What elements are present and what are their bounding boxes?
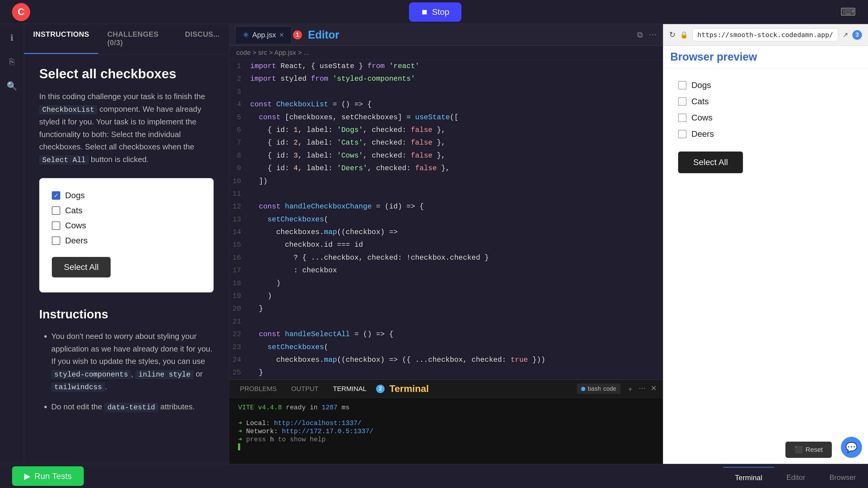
- code-line-22: 22 const handleSelectAll = () => {: [229, 328, 663, 341]
- keyboard-icon[interactable]: ⌨: [840, 6, 856, 19]
- breadcrumb: code > src > App.jsx > ...: [229, 46, 663, 60]
- code-line-4: 4 const CheckboxList = () => {: [229, 98, 663, 111]
- browser-item-cats[interactable]: Cats: [678, 97, 853, 106]
- code-line-11: 11: [229, 188, 663, 200]
- terminal-line-help: ➜ press h to show help: [238, 435, 654, 444]
- browser-refresh-icon[interactable]: ↻: [669, 30, 676, 39]
- tab-output[interactable]: OUTPUT: [286, 382, 323, 396]
- browser-external-icon[interactable]: ↗: [843, 31, 848, 39]
- code-line-21: 21: [229, 315, 663, 328]
- browser-item-deers[interactable]: Deers: [678, 129, 853, 139]
- local-label: Local:: [246, 420, 274, 427]
- browser-lock-icon: 🔒: [680, 31, 688, 39]
- bash-label: bash: [588, 385, 601, 392]
- instruction-item-1: You don't need to worry about styling yo…: [51, 330, 214, 393]
- add-terminal-icon[interactable]: ＋: [627, 384, 634, 394]
- browser-label-cows: Cows: [691, 113, 712, 123]
- terminal-cursor: ▌: [238, 444, 242, 451]
- breadcrumb-text: code > src > App.jsx > ...: [236, 49, 309, 56]
- browser-content: Dogs Cats Cows Deers Select All: [663, 68, 868, 470]
- instructions-list: You don't need to worry about styling yo…: [39, 330, 214, 413]
- run-tests-button[interactable]: ▶ Run Tests: [12, 466, 84, 486]
- browser-checkbox-cows[interactable]: [678, 113, 687, 122]
- terminal-line-1: VITE v4.4.8 ready in 1287 ms: [238, 404, 654, 412]
- chat-button[interactable]: 💬: [841, 437, 862, 458]
- vite-label: VITE v4.4.8: [238, 404, 282, 412]
- browser-checkbox-cats[interactable]: [678, 97, 687, 106]
- code-area[interactable]: 1 import React, { useState } from 'react…: [229, 60, 663, 380]
- code-line-16: 16 ? { ...checkbox, checked: !checkbox.c…: [229, 252, 663, 264]
- left-panel: INSTRUCTIONS CHALLENGES (0/3) DISCUS... …: [24, 24, 229, 488]
- more-terminal-icon[interactable]: ⋯: [639, 384, 646, 394]
- preview-checkbox-cats[interactable]: Cats: [52, 206, 201, 216]
- code-line-14: 14 checkboxes.map((checkbox) =>: [229, 226, 663, 238]
- close-terminal-icon[interactable]: ✕: [651, 384, 657, 394]
- local-url: http://localhost:1337/: [274, 420, 361, 427]
- code-line-12: 12 const handleCheckboxChange = (id) => …: [229, 200, 663, 213]
- label-deers: Deers: [65, 236, 88, 246]
- bottom-tab-browser[interactable]: Browser: [817, 467, 868, 488]
- bottom-tab-terminal[interactable]: Terminal: [723, 467, 775, 488]
- browser-checkbox-deers[interactable]: [678, 130, 687, 138]
- network-url: http://172.17.0.5:1337/: [282, 428, 373, 435]
- browser-item-dogs[interactable]: Dogs: [678, 80, 853, 90]
- tab-problems[interactable]: PROBLEMS: [235, 382, 281, 396]
- preview-select-all-button[interactable]: Select All: [52, 257, 111, 278]
- label-dogs: Dogs: [65, 191, 85, 200]
- bottom-tabs: Terminal Editor Browser: [723, 467, 868, 488]
- preview-checkbox-cows[interactable]: Cows: [52, 221, 201, 230]
- code-styled: styled-components: [51, 370, 131, 379]
- terminal-line-blank: [238, 412, 654, 419]
- browser-select-all-button[interactable]: Select All: [678, 152, 743, 173]
- editor-tab-filename: App.jsx: [252, 31, 276, 39]
- challenge-title: Select all checkboxes: [39, 66, 214, 82]
- code-line-7: 7 { id: 2, label: 'Cats', checked: false…: [229, 136, 663, 149]
- code-line-20: 20 }: [229, 302, 663, 315]
- code-line-3: 3: [229, 86, 663, 98]
- tab-instructions[interactable]: INSTRUCTIONS: [24, 24, 98, 54]
- browser-item-cows[interactable]: Cows: [678, 113, 853, 123]
- code-line-15: 15 checkbox.id === id: [229, 238, 663, 251]
- code-line-10: 10 ]): [229, 175, 663, 188]
- terminal-badge: 2: [376, 385, 384, 393]
- browser-label-dogs: Dogs: [691, 80, 711, 90]
- editor-tab-close-icon[interactable]: ✕: [279, 31, 284, 38]
- run-tests-label: Run Tests: [34, 471, 72, 481]
- files-sidebar-icon[interactable]: ⎘: [4, 54, 20, 69]
- terminal-tabs: PROBLEMS OUTPUT TERMINAL 2 Terminal bash…: [229, 380, 663, 398]
- code-line-2: 2 import styled from 'styled-components': [229, 73, 663, 85]
- tab-challenges[interactable]: CHALLENGES (0/3): [98, 24, 176, 54]
- more-options-icon[interactable]: ⋯: [649, 30, 657, 39]
- checkbox-deers[interactable]: [52, 236, 60, 245]
- tab-discuss[interactable]: DISCUS...: [176, 24, 229, 54]
- reset-icon: ⬛: [795, 446, 803, 454]
- preview-box: Dogs Cats Cows Deers Select All: [39, 178, 214, 293]
- editor-tabs: ⚛ App.jsx ✕ 1 Editor: [235, 26, 339, 43]
- code-line-13: 13 setCheckboxes(: [229, 213, 663, 226]
- info-sidebar-icon[interactable]: ℹ: [4, 30, 20, 45]
- code-line-25: 25 }: [229, 366, 663, 379]
- preview-checkbox-deers[interactable]: Deers: [52, 236, 201, 246]
- bash-badge[interactable]: bash code: [577, 384, 621, 394]
- browser-checkbox-dogs[interactable]: [678, 81, 687, 90]
- instruction-item-2: Do not edit the data-testid attributes.: [51, 401, 214, 413]
- split-editor-icon[interactable]: ⧉: [637, 30, 643, 39]
- help-text: press h to show help: [246, 436, 326, 444]
- checkbox-cows[interactable]: [52, 221, 60, 230]
- stop-button[interactable]: Stop: [409, 2, 461, 22]
- reset-button[interactable]: ⬛ Reset: [785, 442, 832, 458]
- checkbox-cats[interactable]: [52, 206, 60, 215]
- editor-title-label: Editor: [308, 29, 339, 41]
- search-sidebar-icon[interactable]: 🔍: [4, 78, 20, 93]
- tab-terminal[interactable]: TERMINAL: [328, 382, 371, 396]
- arrow-icon-help: ➜: [238, 436, 246, 444]
- left-panel-tabs: INSTRUCTIONS CHALLENGES (0/3) DISCUS...: [24, 24, 229, 54]
- topbar-right: ⌨: [840, 6, 856, 19]
- editor-tab-appjsx[interactable]: ⚛ App.jsx ✕: [235, 26, 292, 43]
- preview-checkbox-dogs[interactable]: Dogs: [52, 191, 201, 200]
- network-label: Network:: [246, 428, 282, 435]
- checkbox-dogs[interactable]: [52, 191, 60, 200]
- bottom-tab-editor[interactable]: Editor: [774, 467, 817, 488]
- terminal-line-local: ➜ Local: http://localhost:1337/: [238, 419, 654, 427]
- arrow-icon-local: ➜: [238, 420, 246, 427]
